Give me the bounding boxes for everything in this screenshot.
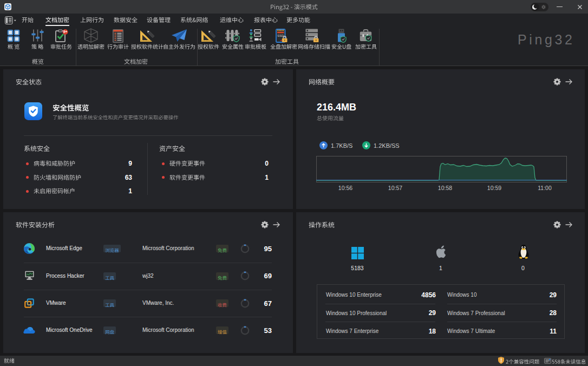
svg-text:9+: 9+ bbox=[63, 30, 68, 34]
